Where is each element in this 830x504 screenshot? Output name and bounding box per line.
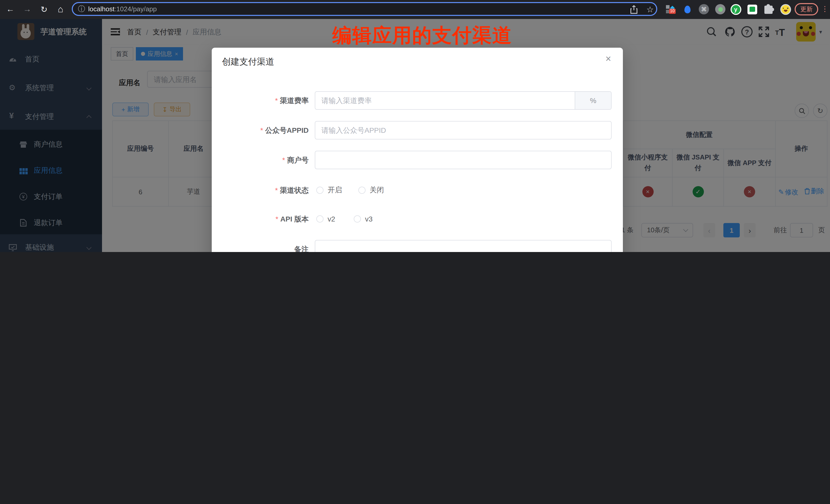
status-radio-enable[interactable]: 开启: [316, 182, 342, 198]
create-pay-channel-dialog: 创建支付渠道 × 渠道费率 % 公众号APPID 商户号 渠道状态 开启 关闭 …: [212, 48, 623, 252]
screen: ← → ↻ ⌂ ⓘ localhost:1024/pay/app ☆ ◆ 10 …: [0, 0, 830, 252]
radio-icon: [354, 215, 361, 222]
radio-icon: [358, 187, 365, 194]
bookmark-star-icon[interactable]: ☆: [644, 3, 656, 15]
merchant-input[interactable]: [315, 151, 611, 169]
url-path: :1024/pay/app: [115, 5, 157, 13]
field-label-api-version: API 版本: [212, 211, 309, 227]
rate-input-wrap: %: [315, 91, 612, 110]
remark-input-wrap: [315, 240, 612, 252]
extension-pinned-icon-1[interactable]: ◆ 10: [665, 3, 677, 15]
radio-icon: [316, 187, 323, 194]
browser-reload-icon[interactable]: ↻: [38, 3, 50, 15]
extensions-puzzle-icon[interactable]: [763, 3, 774, 15]
annotation-title: 编辑应用的支付渠道: [332, 23, 512, 49]
field-label-remark: 备注: [212, 240, 309, 252]
field-label-rate: 渠道费率: [212, 91, 309, 110]
appid-input-wrap: [315, 121, 612, 139]
url-host: localhost: [88, 5, 115, 13]
rate-suffix: %: [575, 92, 611, 109]
appid-input[interactable]: [315, 122, 611, 139]
api-radio-v2[interactable]: v2: [316, 211, 335, 227]
extension-pinned-icon-chat[interactable]: [746, 3, 758, 15]
share-icon[interactable]: [628, 3, 639, 15]
rate-input[interactable]: [315, 92, 576, 109]
browser-forward-icon[interactable]: →: [21, 3, 33, 15]
extension-pinned-icon-4[interactable]: [715, 3, 726, 15]
merchant-input-wrap: [315, 151, 612, 169]
browser-toolbar: ← → ↻ ⌂ ⓘ localhost:1024/pay/app ☆ ◆ 10 …: [0, 0, 830, 19]
browser-menu-icon[interactable]: ⋮: [821, 5, 828, 13]
status-radio-disable[interactable]: 关闭: [358, 182, 384, 198]
browser-update-button[interactable]: 更新: [795, 3, 818, 15]
field-label-status: 渠道状态: [212, 182, 309, 198]
api-radio-v3[interactable]: v3: [354, 211, 373, 227]
dialog-close-icon[interactable]: ×: [605, 53, 611, 65]
extension-pinned-icon-2[interactable]: [682, 3, 693, 15]
extension-pinned-icon-y[interactable]: y: [730, 3, 741, 15]
address-bar[interactable]: ⓘ localhost:1024/pay/app: [72, 2, 657, 16]
site-info-icon[interactable]: ⓘ: [78, 5, 85, 14]
browser-back-icon[interactable]: ←: [4, 3, 17, 15]
extension-badge: 10: [669, 9, 676, 14]
field-label-appid: 公众号APPID: [212, 121, 309, 139]
dialog-title: 创建支付渠道: [222, 56, 274, 68]
extension-pinned-icon-3[interactable]: ⌘: [698, 3, 709, 15]
remark-input[interactable]: [315, 241, 611, 252]
radio-icon: [316, 215, 323, 222]
browser-profile-avatar[interactable]: [780, 3, 791, 15]
field-label-merchant: 商户号: [212, 151, 309, 169]
browser-home-icon[interactable]: ⌂: [54, 3, 67, 15]
